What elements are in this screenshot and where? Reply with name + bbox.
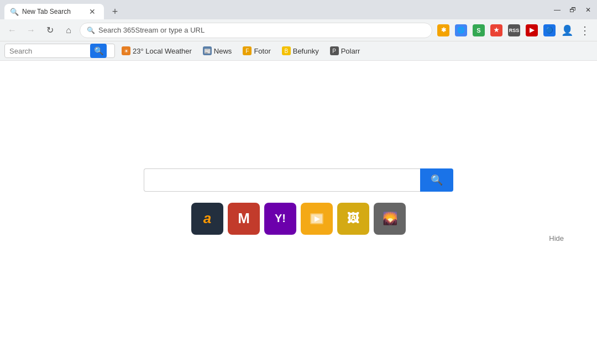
search-button-icon: 🔍 — [431, 174, 443, 186]
main-content: 🔍 a M Y! ▶ 🖼 🌄 Hide — [0, 61, 597, 364]
tab-close-button[interactable]: ✕ — [87, 7, 97, 17]
bookmark-item-fotor[interactable]: F Fotor — [238, 44, 275, 58]
tab-area: 🔍 New Tab Search ✕ + — [4, 0, 123, 19]
extension6-icon[interactable]: ▶ — [524, 23, 540, 38]
bookmark-label-polarr: Polarr — [341, 47, 360, 55]
menu-button[interactable]: ⋮ — [577, 23, 593, 38]
ext7-badge: 🔵 — [543, 24, 556, 36]
reload-button[interactable]: ↻ — [42, 23, 57, 38]
extension4-icon[interactable]: ★ — [489, 23, 504, 38]
bookmark-search-box[interactable]: 🔍 — [4, 44, 115, 58]
bookmarks-bar: 🔍 ☀ 23° Local Weather 📰 News F Fotor B B… — [0, 41, 597, 61]
window-controls: — 🗗 ✕ — [553, 6, 593, 14]
main-search-form: 🔍 — [144, 168, 453, 192]
quick-link-amazon[interactable]: a — [191, 203, 223, 235]
svg-text:▶: ▶ — [315, 215, 320, 223]
bookmark-item-polarr[interactable]: P Polarr — [326, 44, 365, 58]
bookmark-search-button[interactable]: 🔍 — [90, 44, 107, 58]
bookmark-label-fotor: Fotor — [254, 47, 270, 55]
bookmark-item-news[interactable]: 📰 News — [198, 44, 237, 58]
slides-svg-icon: ▶ — [309, 211, 324, 226]
extension3-icon[interactable]: S — [471, 23, 486, 38]
new-tab-button[interactable]: + — [107, 4, 123, 19]
close-button[interactable]: ✕ — [584, 6, 593, 14]
extension2-icon[interactable]: 🌐 — [453, 23, 469, 38]
ext1-badge: ✱ — [437, 24, 449, 36]
extension5-icon[interactable]: RSS — [506, 23, 522, 38]
bookmark-search-input[interactable] — [9, 47, 87, 55]
bookmark-label-news: News — [214, 47, 232, 55]
search-url-icon: 🔍 — [87, 27, 95, 34]
ext5-badge: RSS — [508, 24, 520, 36]
bookmark-item-befunky[interactable]: B Befunky — [277, 44, 323, 58]
befunky-icon: B — [282, 46, 291, 55]
address-bar: ← → ↻ ⌂ 🔍 Search 365Stream or type a URL… — [0, 19, 597, 41]
url-bar[interactable]: 🔍 Search 365Stream or type a URL — [80, 23, 432, 38]
toolbar-icons: ✱ 🌐 S ★ RSS ▶ 🔵 👤 ⋮ — [436, 23, 593, 38]
tab-label: New Tab Search — [22, 8, 71, 15]
fotor-icon: F — [243, 46, 252, 55]
hide-link[interactable]: Hide — [549, 234, 564, 242]
quick-links: a M Y! ▶ 🖼 🌄 — [191, 203, 406, 235]
tab-icon: 🔍 — [10, 8, 19, 16]
bookmark-item-weather[interactable]: ☀ 23° Local Weather — [117, 44, 196, 58]
ext6-badge: ▶ — [526, 24, 538, 36]
quick-link-gmail[interactable]: M — [228, 203, 260, 235]
quick-link-yahoo[interactable]: Y! — [264, 203, 296, 235]
extension1-icon[interactable]: ✱ — [436, 23, 451, 38]
main-search-button[interactable]: 🔍 — [420, 168, 453, 192]
home-button[interactable]: ⌂ — [61, 23, 76, 38]
weather-icon: ☀ — [122, 46, 130, 55]
center-search-area: 🔍 a M Y! ▶ 🖼 🌄 — [144, 168, 453, 235]
back-button[interactable]: ← — [4, 23, 20, 38]
minimize-button[interactable]: — — [553, 6, 562, 14]
polarr-icon: P — [330, 46, 339, 55]
title-bar: 🔍 New Tab Search ✕ + — 🗗 ✕ — [0, 0, 597, 19]
url-text: Search 365Stream or type a URL — [98, 26, 425, 34]
bookmark-label-befunky: Befunky — [293, 47, 319, 55]
maximize-button[interactable]: 🗗 — [568, 6, 577, 14]
quick-link-slides[interactable]: ▶ — [301, 203, 333, 235]
bookmark-label-weather: 23° Local Weather — [133, 47, 192, 55]
ext4-badge: ★ — [490, 24, 502, 36]
ext2-badge: 🌐 — [455, 24, 467, 36]
ext3-badge: S — [473, 24, 485, 36]
quick-link-gallery[interactable]: 🌄 — [374, 203, 406, 235]
forward-button[interactable]: → — [23, 23, 39, 38]
browser-tab[interactable]: 🔍 New Tab Search ✕ — [4, 4, 104, 19]
main-search-input[interactable] — [144, 168, 420, 192]
account-button[interactable]: 👤 — [559, 23, 575, 38]
news-icon: 📰 — [203, 46, 212, 55]
extension7-icon[interactable]: 🔵 — [542, 23, 557, 38]
quick-link-photos[interactable]: 🖼 — [337, 203, 369, 235]
